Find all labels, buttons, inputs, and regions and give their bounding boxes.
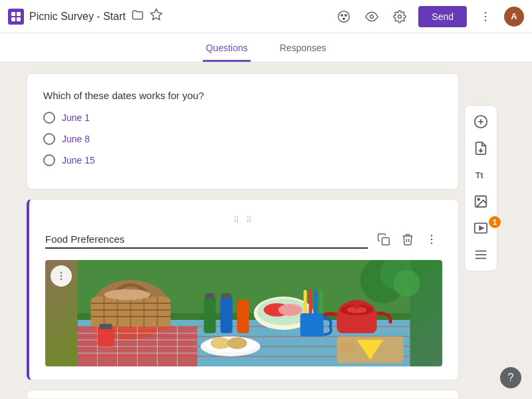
option-label-june8: June 8 [62,134,90,144]
logo-grid [9,9,23,24]
svg-point-4 [343,18,345,20]
svg-rect-70 [340,343,354,351]
cards-container: Which of these dates works for you? June… [27,73,459,388]
svg-rect-63 [301,313,324,336]
option-label-june15: June 15 [62,155,95,166]
svg-rect-46 [221,297,233,333]
svg-point-8 [485,15,487,17]
food-image [45,260,442,366]
svg-point-85 [477,198,479,200]
tab-bar: Questions Responses [0,33,532,63]
card-actions [373,230,442,252]
date-card: Which of these dates works for you? June… [27,73,459,190]
add-section-button[interactable] [469,243,493,267]
svg-point-75 [394,270,420,297]
svg-rect-47 [237,300,249,333]
svg-marker-0 [151,9,162,20]
svg-rect-45 [204,297,216,333]
more-options-button[interactable] [476,7,495,26]
svg-point-1 [338,11,350,22]
date-question: Which of these dates works for you? [43,90,442,101]
add-question-button[interactable] [469,110,493,134]
help-button[interactable]: ? [500,367,521,388]
page-title: Picnic Survey - Start [29,11,126,23]
tab-questions[interactable]: Questions [203,33,250,62]
more-card-options-button[interactable] [421,230,442,252]
add-image-button[interactable] [469,190,493,213]
svg-point-76 [61,272,62,273]
food-card: ⠿ ⠿ [27,199,459,380]
svg-point-2 [341,14,343,16]
main-content: Which of these dates works for you? June… [0,63,532,398]
radio-circle-june15 [43,154,55,166]
copy-card-button[interactable] [373,230,394,252]
preview-button[interactable] [362,7,381,26]
delete-card-button[interactable] [397,230,418,252]
option-june1[interactable]: June 1 [43,112,442,124]
svg-point-58 [354,304,360,309]
food-image-container [45,260,442,366]
dietary-card: Do you have any of the following dietary… [27,390,459,398]
svg-point-3 [345,14,347,16]
radio-circle-june8 [43,133,55,145]
app-header: Picnic Survey - Start [0,0,532,33]
svg-point-53 [279,304,303,316]
svg-text:Tt: Tt [475,170,484,180]
svg-rect-10 [382,238,390,245]
import-questions-button[interactable] [469,136,493,160]
svg-point-77 [61,275,62,277]
svg-rect-71 [98,327,114,346]
send-button[interactable]: Send [418,6,467,27]
option-june15[interactable]: June 15 [43,154,442,166]
palette-button[interactable] [334,7,353,26]
folder-icon[interactable] [131,8,144,25]
option-label-june1: June 1 [62,112,90,123]
svg-point-6 [398,15,402,18]
svg-marker-87 [479,226,483,230]
radio-circle-june1 [43,112,55,124]
svg-point-7 [485,11,487,13]
svg-point-78 [61,279,62,280]
svg-point-13 [431,243,433,245]
svg-point-34 [104,289,151,300]
avatar[interactable]: A [504,7,524,27]
svg-point-9 [485,19,487,21]
svg-point-11 [431,235,433,237]
picnic-scene-svg [45,260,442,366]
food-title-input[interactable] [45,233,368,249]
svg-rect-49 [222,293,231,299]
svg-point-67 [227,337,247,349]
tab-responses[interactable]: Responses [277,33,329,62]
add-title-button[interactable]: Tt [469,163,493,187]
settings-button[interactable] [390,7,409,26]
star-icon[interactable] [150,8,163,25]
svg-rect-72 [100,324,112,329]
badge-number: 1 [489,216,501,228]
header-actions: Send A [334,6,524,27]
option-june8[interactable]: June 8 [43,133,442,145]
app-logo [8,9,24,25]
image-more-button[interactable] [51,265,72,287]
svg-point-5 [370,15,374,18]
drag-handle[interactable]: ⠿ ⠿ [45,215,442,225]
food-card-header [45,230,442,252]
side-toolbar: Tt 1 [464,105,497,271]
add-video-button[interactable]: 1 [469,216,493,240]
svg-rect-48 [205,293,215,299]
svg-point-12 [431,239,433,241]
